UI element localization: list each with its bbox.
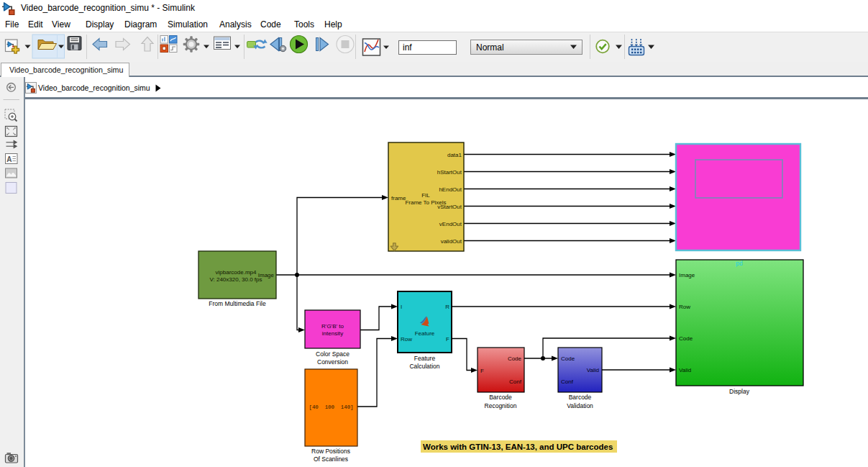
svg-text:Barcode: Barcode xyxy=(569,394,592,401)
svg-text:frame: frame xyxy=(391,195,406,201)
svg-text:Recognition: Recognition xyxy=(485,402,517,409)
svg-text:FIL: FIL xyxy=(421,192,430,199)
svg-text:Image: Image xyxy=(679,272,695,278)
svg-text:Row: Row xyxy=(401,336,412,343)
svg-text:F: F xyxy=(446,336,449,343)
svg-text:Image: Image xyxy=(258,272,275,278)
svg-text:Conf: Conf xyxy=(561,378,574,385)
svg-text:vipbarcode.mp4: vipbarcode.mp4 xyxy=(216,269,257,276)
svg-text:From Multimedia File: From Multimedia File xyxy=(209,300,266,307)
svg-text:vStartOut: vStartOut xyxy=(437,204,462,210)
svg-text:Conversion: Conversion xyxy=(317,358,348,366)
svg-text:Feature: Feature xyxy=(414,355,436,362)
svg-text:vEndOut: vEndOut xyxy=(439,221,462,227)
svg-text:F: F xyxy=(480,368,484,374)
svg-text:Barcode: Barcode xyxy=(489,394,512,401)
svg-text:Works with GTIN-13, EAN-13, an: Works with GTIN-13, EAN-13, and UPC barc… xyxy=(423,443,613,451)
svg-text:R'G'B' to: R'G'B' to xyxy=(321,323,344,330)
svg-text:Row: Row xyxy=(679,304,690,310)
svg-text:Validation: Validation xyxy=(567,402,593,409)
svg-text:Code: Code xyxy=(679,335,693,342)
svg-text:Conf: Conf xyxy=(509,378,522,385)
svg-text:validOut: validOut xyxy=(441,238,462,245)
svg-text:Code: Code xyxy=(561,355,575,362)
svg-text:Display: Display xyxy=(729,388,750,395)
svg-text:Of Scanlines: Of Scanlines xyxy=(314,455,348,463)
svg-text:I: I xyxy=(401,304,402,310)
svg-text:Color Space: Color Space xyxy=(316,350,350,358)
svg-text:hEndOut: hEndOut xyxy=(439,186,462,193)
svg-text:Code: Code xyxy=(508,355,522,362)
svg-text:V: 240x320, 30.0 fps: V: 240x320, 30.0 fps xyxy=(209,276,262,283)
svg-text:Feature: Feature xyxy=(415,330,435,337)
svg-text:R: R xyxy=(445,304,449,310)
svg-text:Calculation: Calculation xyxy=(409,363,439,370)
svg-text:pd: pd xyxy=(736,260,743,267)
svg-text:data1: data1 xyxy=(447,152,462,158)
svg-text:Row Positions: Row Positions xyxy=(311,448,350,455)
svg-text:Valid: Valid xyxy=(679,367,691,373)
svg-text:hStartOut: hStartOut xyxy=(437,169,462,176)
svg-text:[40 100 140]: [40 100 140] xyxy=(309,404,353,410)
svg-text:intensity: intensity xyxy=(322,330,343,337)
svg-text:Valid: Valid xyxy=(587,367,599,373)
